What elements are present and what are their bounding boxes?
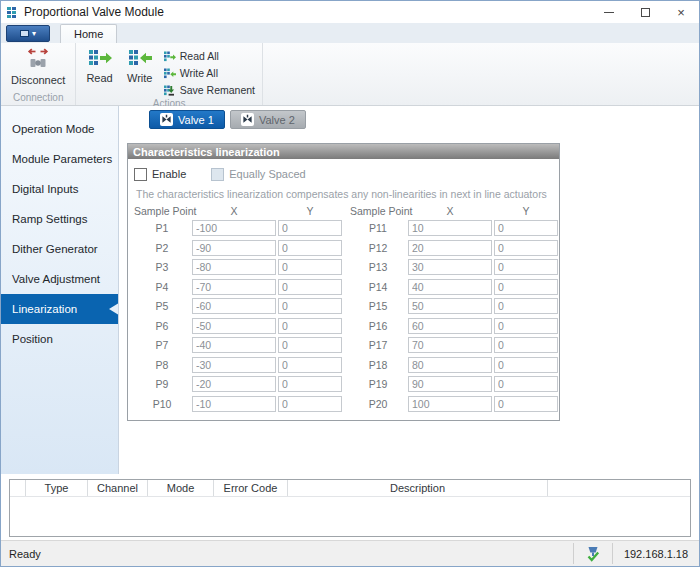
- save-remanent-button[interactable]: Save Remanent: [163, 82, 255, 98]
- point-p6-x-input[interactable]: [192, 318, 276, 334]
- point-p8-x-input[interactable]: [192, 357, 276, 373]
- point-p16-x-input[interactable]: [408, 318, 492, 334]
- point-label-p2: P2: [134, 242, 190, 254]
- tab-valve-1[interactable]: Valve 1: [149, 110, 225, 129]
- sample-point-row: P4: [134, 279, 342, 295]
- point-p10-y-input[interactable]: [278, 396, 342, 412]
- read-label: Read: [86, 72, 112, 84]
- point-p5-y-input[interactable]: [278, 298, 342, 314]
- sidebar-item-operation-mode[interactable]: Operation Mode: [1, 114, 118, 144]
- point-p8-y-input[interactable]: [278, 357, 342, 373]
- point-p13-y-input[interactable]: [494, 259, 558, 275]
- point-label-p4: P4: [134, 281, 190, 293]
- point-p13-x-input[interactable]: [408, 259, 492, 275]
- point-p14-y-input[interactable]: [494, 279, 558, 295]
- panel-title: Characteristics linearization: [128, 144, 559, 159]
- points-half: Sample PointXYP11P12P13P14P15P16P17P18P1…: [350, 205, 558, 415]
- status-text: Ready: [1, 541, 41, 566]
- sidebar-item-dither-generator[interactable]: Dither Generator: [1, 234, 118, 264]
- sample-point-row: P7: [134, 337, 342, 353]
- sidebar-item-position[interactable]: Position: [1, 324, 118, 354]
- sidebar-item-digital-inputs[interactable]: Digital Inputs: [1, 174, 118, 204]
- sidebar-item-module-parameters[interactable]: Module Parameters: [1, 144, 118, 174]
- error-table: TypeChannelModeError CodeDescription: [9, 479, 691, 537]
- app-menu-icon: [20, 30, 29, 37]
- app-menu-button[interactable]: ▾: [6, 25, 50, 42]
- point-p17-x-input[interactable]: [408, 337, 492, 353]
- connection-status-cell: [574, 541, 612, 566]
- point-p2-y-input[interactable]: [278, 240, 342, 256]
- content-area: Valve 1Valve 2 Characteristics lineariza…: [119, 106, 699, 474]
- point-p17-y-input[interactable]: [494, 337, 558, 353]
- sample-point-header: Sample Point: [134, 205, 190, 217]
- enable-checkbox[interactable]: [134, 168, 147, 181]
- read-button[interactable]: Read: [79, 45, 119, 98]
- group-label-connection: Connection: [4, 92, 72, 105]
- point-p20-y-input[interactable]: [494, 396, 558, 412]
- app-window: Proportional Valve Module × ▾ Home: [0, 0, 700, 567]
- error-col-channel[interactable]: Channel: [88, 480, 148, 496]
- error-col-mode[interactable]: Mode: [148, 480, 214, 496]
- chevron-down-icon: ▾: [32, 30, 36, 38]
- point-p7-y-input[interactable]: [278, 337, 342, 353]
- point-p6-y-input[interactable]: [278, 318, 342, 334]
- point-label-p12: P12: [350, 242, 406, 254]
- point-p12-y-input[interactable]: [494, 240, 558, 256]
- point-p1-x-input[interactable]: [192, 220, 276, 236]
- point-p19-y-input[interactable]: [494, 376, 558, 392]
- minimize-icon: [604, 12, 614, 13]
- point-p7-x-input[interactable]: [192, 337, 276, 353]
- points-half: Sample PointXYP1P2P3P4P5P6P7P8P9P10: [134, 205, 342, 415]
- sidebar-item-valve-adjustment[interactable]: Valve Adjustment: [1, 264, 118, 294]
- disconnect-button[interactable]: Disconnect: [4, 45, 72, 92]
- point-p19-x-input[interactable]: [408, 376, 492, 392]
- window-title: Proportional Valve Module: [24, 5, 164, 19]
- write-all-button[interactable]: Write All: [163, 65, 255, 81]
- read-all-button[interactable]: Read All: [163, 48, 255, 64]
- point-p15-x-input[interactable]: [408, 298, 492, 314]
- point-p12-x-input[interactable]: [408, 240, 492, 256]
- sidebar-item-ramp-settings[interactable]: Ramp Settings: [1, 204, 118, 234]
- point-p5-x-input[interactable]: [192, 298, 276, 314]
- maximize-button[interactable]: [627, 1, 663, 23]
- point-p9-y-input[interactable]: [278, 376, 342, 392]
- error-col-description[interactable]: Description: [288, 480, 548, 496]
- sample-point-row: P18: [350, 357, 558, 373]
- point-p20-x-input[interactable]: [408, 396, 492, 412]
- point-p11-x-input[interactable]: [408, 220, 492, 236]
- point-label-p19: P19: [350, 378, 406, 390]
- point-p16-y-input[interactable]: [494, 318, 558, 334]
- sample-point-row: P2: [134, 240, 342, 256]
- valve-icon: [241, 113, 254, 126]
- point-p1-y-input[interactable]: [278, 220, 342, 236]
- point-p11-y-input[interactable]: [494, 220, 558, 236]
- sample-point-row: P8: [134, 357, 342, 373]
- tab-valve-2[interactable]: Valve 2: [230, 110, 306, 129]
- point-p18-y-input[interactable]: [494, 357, 558, 373]
- error-col-error-code[interactable]: Error Code: [214, 480, 288, 496]
- error-table-wrap: TypeChannelModeError CodeDescription: [1, 474, 699, 540]
- point-p4-y-input[interactable]: [278, 279, 342, 295]
- point-p18-x-input[interactable]: [408, 357, 492, 373]
- write-button[interactable]: Write: [120, 45, 160, 98]
- point-p15-y-input[interactable]: [494, 298, 558, 314]
- error-col-type[interactable]: Type: [26, 480, 88, 496]
- tab-home[interactable]: Home: [60, 24, 117, 43]
- point-p3-x-input[interactable]: [192, 259, 276, 275]
- close-button[interactable]: ×: [663, 1, 699, 23]
- point-label-p17: P17: [350, 339, 406, 351]
- point-p4-x-input[interactable]: [192, 279, 276, 295]
- point-p9-x-input[interactable]: [192, 376, 276, 392]
- minimize-button[interactable]: [591, 1, 627, 23]
- ribbon-tab-row: ▾ Home: [1, 23, 699, 43]
- sample-point-row: P12: [350, 240, 558, 256]
- point-label-p14: P14: [350, 281, 406, 293]
- point-p3-y-input[interactable]: [278, 259, 342, 275]
- point-p2-x-input[interactable]: [192, 240, 276, 256]
- point-p14-x-input[interactable]: [408, 279, 492, 295]
- sidebar-item-linearization[interactable]: Linearization: [1, 294, 118, 324]
- point-label-p11: P11: [350, 222, 406, 234]
- point-p10-x-input[interactable]: [192, 396, 276, 412]
- point-label-p1: P1: [134, 222, 190, 234]
- status-bar: Ready 192.168.1.18: [1, 540, 699, 566]
